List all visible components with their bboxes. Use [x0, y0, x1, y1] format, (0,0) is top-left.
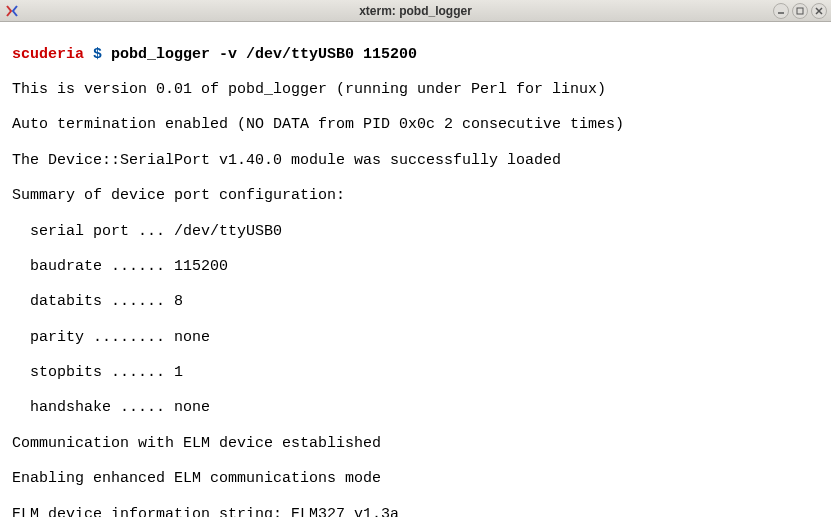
close-button[interactable] [811, 3, 827, 19]
maximize-button[interactable] [792, 3, 808, 19]
output-line: This is version 0.01 of pobd_logger (run… [12, 81, 819, 99]
output-line: Summary of device port configuration: [12, 187, 819, 205]
output-line: parity ........ none [12, 329, 819, 347]
output-line: ELM device information string: ELM327 v1… [12, 506, 819, 517]
output-line: baudrate ...... 115200 [12, 258, 819, 276]
prompt-line: scuderia $ pobd_logger -v /dev/ttyUSB0 1… [12, 46, 819, 64]
output-line: Auto termination enabled (NO DATA from P… [12, 116, 819, 134]
window-titlebar: xterm: pobd_logger [0, 0, 831, 22]
output-line: Communication with ELM device establishe… [12, 435, 819, 453]
output-line: Enabling enhanced ELM communications mod… [12, 470, 819, 488]
minimize-button[interactable] [773, 3, 789, 19]
window-controls [773, 3, 827, 19]
window-title: xterm: pobd_logger [359, 4, 472, 18]
terminal-output[interactable]: scuderia $ pobd_logger -v /dev/ttyUSB0 1… [0, 22, 831, 517]
command-text: pobd_logger -v /dev/ttyUSB0 115200 [111, 46, 417, 63]
output-line: The Device::SerialPort v1.40.0 module wa… [12, 152, 819, 170]
output-line: handshake ..... none [12, 399, 819, 417]
svg-rect-1 [797, 8, 803, 14]
output-line: stopbits ...... 1 [12, 364, 819, 382]
prompt-host: scuderia [12, 46, 84, 63]
output-line: serial port ... /dev/ttyUSB0 [12, 223, 819, 241]
output-line: databits ...... 8 [12, 293, 819, 311]
prompt-separator: $ [84, 46, 111, 63]
app-icon [4, 3, 20, 19]
